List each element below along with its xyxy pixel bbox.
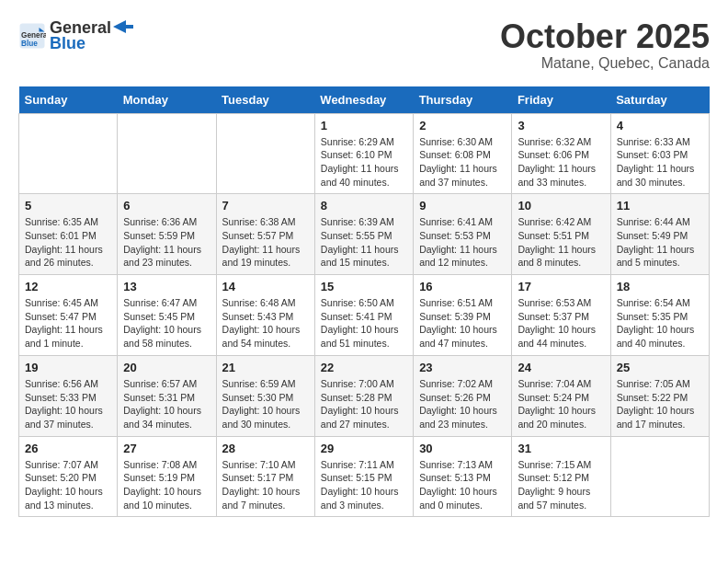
calendar-day-cell: 24Sunrise: 7:04 AM Sunset: 5:24 PM Dayli… (512, 355, 610, 436)
day-of-week-header: Saturday (610, 86, 709, 114)
day-info: Sunrise: 7:00 AM Sunset: 5:28 PM Dayligh… (321, 377, 407, 431)
calendar-day-cell: 20Sunrise: 6:57 AM Sunset: 5:31 PM Dayli… (118, 355, 216, 436)
title-area: October 2025 Matane, Quebec, Canada (500, 18, 710, 72)
calendar-table: SundayMondayTuesdayWednesdayThursdayFrid… (18, 86, 710, 518)
calendar-day-cell: 2Sunrise: 6:30 AM Sunset: 6:08 PM Daylig… (414, 113, 512, 194)
calendar-day-cell (610, 436, 709, 517)
calendar-day-cell: 31Sunrise: 7:15 AM Sunset: 5:12 PM Dayli… (512, 436, 610, 517)
day-of-week-header: Thursday (414, 86, 512, 114)
day-info: Sunrise: 7:15 AM Sunset: 5:12 PM Dayligh… (518, 458, 604, 512)
day-info: Sunrise: 6:45 AM Sunset: 5:47 PM Dayligh… (25, 296, 111, 350)
day-info: Sunrise: 6:36 AM Sunset: 5:59 PM Dayligh… (123, 215, 210, 270)
day-number: 4 (617, 119, 703, 132)
logo-icon: General Blue (18, 22, 46, 50)
calendar-week-row: 19Sunrise: 6:56 AM Sunset: 5:33 PM Dayli… (19, 355, 710, 436)
calendar-week-row: 26Sunrise: 7:07 AM Sunset: 5:20 PM Dayli… (19, 436, 710, 517)
day-of-week-header: Wednesday (314, 86, 413, 114)
calendar-header-row: SundayMondayTuesdayWednesdayThursdayFrid… (19, 86, 710, 114)
calendar-day-cell: 4Sunrise: 6:33 AM Sunset: 6:03 PM Daylig… (610, 113, 709, 194)
calendar-day-cell: 10Sunrise: 6:42 AM Sunset: 5:51 PM Dayli… (512, 194, 610, 275)
day-number: 29 (321, 442, 407, 455)
svg-text:General: General (21, 31, 46, 40)
calendar-day-cell (118, 113, 216, 194)
day-number: 11 (617, 199, 703, 213)
day-info: Sunrise: 6:42 AM Sunset: 5:51 PM Dayligh… (518, 215, 604, 270)
calendar-day-cell: 16Sunrise: 6:51 AM Sunset: 5:39 PM Dayli… (414, 275, 512, 356)
day-number: 9 (419, 199, 506, 213)
calendar-week-row: 12Sunrise: 6:45 AM Sunset: 5:47 PM Dayli… (19, 275, 710, 356)
day-number: 12 (25, 280, 111, 293)
day-number: 5 (25, 199, 111, 213)
day-number: 13 (123, 280, 210, 293)
calendar-day-cell: 27Sunrise: 7:08 AM Sunset: 5:19 PM Dayli… (118, 436, 216, 517)
day-number: 15 (321, 280, 407, 293)
day-number: 24 (518, 361, 604, 374)
day-number: 18 (617, 280, 703, 293)
calendar-week-row: 1Sunrise: 6:29 AM Sunset: 6:10 PM Daylig… (19, 113, 710, 194)
calendar-week-row: 5Sunrise: 6:35 AM Sunset: 6:01 PM Daylig… (19, 194, 710, 275)
day-info: Sunrise: 6:41 AM Sunset: 5:53 PM Dayligh… (419, 215, 506, 270)
day-number: 3 (518, 119, 604, 132)
day-number: 19 (25, 361, 111, 374)
day-info: Sunrise: 6:30 AM Sunset: 6:08 PM Dayligh… (419, 135, 506, 190)
day-number: 16 (419, 280, 506, 293)
day-info: Sunrise: 6:48 AM Sunset: 5:43 PM Dayligh… (222, 296, 309, 350)
calendar-day-cell: 26Sunrise: 7:07 AM Sunset: 5:20 PM Dayli… (19, 436, 118, 517)
location-subtitle: Matane, Quebec, Canada (500, 55, 710, 72)
day-number: 10 (518, 199, 604, 213)
calendar-day-cell: 22Sunrise: 7:00 AM Sunset: 5:28 PM Dayli… (314, 355, 413, 436)
calendar-day-cell: 3Sunrise: 6:32 AM Sunset: 6:06 PM Daylig… (512, 113, 610, 194)
day-info: Sunrise: 7:07 AM Sunset: 5:20 PM Dayligh… (25, 458, 111, 512)
day-info: Sunrise: 6:29 AM Sunset: 6:10 PM Dayligh… (321, 135, 407, 190)
day-of-week-header: Tuesday (216, 86, 314, 114)
day-number: 1 (321, 119, 407, 132)
day-number: 6 (123, 199, 210, 213)
calendar-day-cell: 7Sunrise: 6:38 AM Sunset: 5:57 PM Daylig… (216, 194, 314, 275)
calendar-day-cell: 15Sunrise: 6:50 AM Sunset: 5:41 PM Dayli… (314, 275, 413, 356)
day-info: Sunrise: 6:53 AM Sunset: 5:37 PM Dayligh… (518, 296, 604, 350)
calendar-day-cell: 18Sunrise: 6:54 AM Sunset: 5:35 PM Dayli… (610, 275, 709, 356)
calendar-day-cell (19, 113, 118, 194)
calendar-day-cell: 11Sunrise: 6:44 AM Sunset: 5:49 PM Dayli… (610, 194, 709, 275)
logo-arrow-icon (113, 20, 133, 33)
svg-text:Blue: Blue (21, 40, 38, 48)
day-info: Sunrise: 7:13 AM Sunset: 5:13 PM Dayligh… (419, 458, 506, 512)
day-info: Sunrise: 7:10 AM Sunset: 5:17 PM Dayligh… (222, 458, 309, 512)
day-number: 31 (518, 442, 604, 455)
day-info: Sunrise: 6:51 AM Sunset: 5:39 PM Dayligh… (419, 296, 506, 350)
calendar-day-cell: 23Sunrise: 7:02 AM Sunset: 5:26 PM Dayli… (414, 355, 512, 436)
calendar-day-cell: 13Sunrise: 6:47 AM Sunset: 5:45 PM Dayli… (118, 275, 216, 356)
day-info: Sunrise: 6:56 AM Sunset: 5:33 PM Dayligh… (25, 377, 111, 431)
calendar-day-cell: 21Sunrise: 6:59 AM Sunset: 5:30 PM Dayli… (216, 355, 314, 436)
day-info: Sunrise: 6:38 AM Sunset: 5:57 PM Dayligh… (222, 215, 309, 270)
day-info: Sunrise: 6:47 AM Sunset: 5:45 PM Dayligh… (123, 296, 210, 350)
calendar-day-cell: 29Sunrise: 7:11 AM Sunset: 5:15 PM Dayli… (314, 436, 413, 517)
calendar-day-cell: 17Sunrise: 6:53 AM Sunset: 5:37 PM Dayli… (512, 275, 610, 356)
day-number: 20 (123, 361, 210, 374)
day-info: Sunrise: 6:39 AM Sunset: 5:55 PM Dayligh… (321, 215, 407, 270)
calendar-day-cell: 28Sunrise: 7:10 AM Sunset: 5:17 PM Dayli… (216, 436, 314, 517)
header: General Blue General Blue October 2025 M… (18, 18, 710, 72)
day-number: 26 (25, 442, 111, 455)
day-info: Sunrise: 7:11 AM Sunset: 5:15 PM Dayligh… (321, 458, 407, 512)
month-title: October 2025 (500, 18, 710, 55)
day-of-week-header: Friday (512, 86, 610, 114)
calendar-day-cell: 8Sunrise: 6:39 AM Sunset: 5:55 PM Daylig… (314, 194, 413, 275)
day-info: Sunrise: 7:05 AM Sunset: 5:22 PM Dayligh… (617, 377, 703, 431)
calendar-day-cell: 19Sunrise: 6:56 AM Sunset: 5:33 PM Dayli… (19, 355, 118, 436)
calendar-day-cell: 14Sunrise: 6:48 AM Sunset: 5:43 PM Dayli… (216, 275, 314, 356)
day-info: Sunrise: 6:35 AM Sunset: 6:01 PM Dayligh… (25, 215, 111, 270)
calendar-day-cell (216, 113, 314, 194)
day-info: Sunrise: 6:59 AM Sunset: 5:30 PM Dayligh… (222, 377, 309, 431)
calendar-day-cell: 12Sunrise: 6:45 AM Sunset: 5:47 PM Dayli… (19, 275, 118, 356)
day-info: Sunrise: 6:44 AM Sunset: 5:49 PM Dayligh… (617, 215, 703, 270)
day-number: 25 (617, 361, 703, 374)
day-info: Sunrise: 6:32 AM Sunset: 6:06 PM Dayligh… (518, 135, 604, 190)
calendar-day-cell: 6Sunrise: 6:36 AM Sunset: 5:59 PM Daylig… (118, 194, 216, 275)
day-number: 27 (123, 442, 210, 455)
day-info: Sunrise: 6:57 AM Sunset: 5:31 PM Dayligh… (123, 377, 210, 431)
day-number: 7 (222, 199, 309, 213)
day-number: 23 (419, 361, 506, 374)
day-info: Sunrise: 6:33 AM Sunset: 6:03 PM Dayligh… (617, 135, 703, 190)
day-info: Sunrise: 6:50 AM Sunset: 5:41 PM Dayligh… (321, 296, 407, 350)
